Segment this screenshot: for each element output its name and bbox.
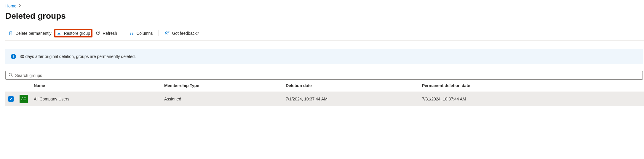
refresh-button[interactable]: Refresh bbox=[92, 30, 120, 37]
cell-membership-type: Assigned bbox=[161, 92, 283, 106]
trash-icon bbox=[8, 31, 13, 36]
columns-icon bbox=[129, 31, 134, 36]
table-header-row: Name Membership Type Deletion date Perma… bbox=[5, 80, 644, 92]
delete-permanently-button[interactable]: Delete permanently bbox=[5, 30, 54, 37]
search-input[interactable] bbox=[15, 73, 640, 78]
svg-point-7 bbox=[9, 73, 12, 76]
svg-line-8 bbox=[12, 76, 13, 77]
feedback-icon bbox=[165, 31, 170, 36]
delete-permanently-label: Delete permanently bbox=[15, 31, 51, 36]
info-icon: i bbox=[11, 54, 16, 59]
download-icon bbox=[57, 31, 61, 36]
groups-table: Name Membership Type Deletion date Perma… bbox=[5, 80, 644, 106]
refresh-icon bbox=[95, 31, 100, 36]
column-header-name[interactable]: Name bbox=[31, 80, 161, 92]
columns-button[interactable]: Columns bbox=[126, 30, 156, 37]
toolbar: Delete permanently Restore group Refresh… bbox=[5, 29, 644, 41]
svg-point-6 bbox=[166, 32, 167, 33]
table-row[interactable]: AC All Company Users Assigned 7/1/2024, … bbox=[5, 92, 644, 106]
restore-group-label: Restore group bbox=[64, 31, 90, 36]
search-box[interactable] bbox=[5, 71, 643, 80]
restore-group-button[interactable]: Restore group bbox=[54, 29, 92, 37]
cell-deletion-date: 7/1/2024, 10:37:44 AM bbox=[283, 92, 419, 106]
column-header-permanent-deletion[interactable]: Permanent deletion date bbox=[419, 80, 644, 92]
toolbar-separator bbox=[123, 30, 123, 36]
header-avatar-cell bbox=[17, 80, 31, 92]
column-header-deletion[interactable]: Deletion date bbox=[283, 80, 419, 92]
header-checkbox-cell bbox=[5, 80, 17, 92]
chevron-right-icon bbox=[19, 4, 22, 8]
breadcrumb: Home bbox=[5, 4, 644, 8]
toolbar-separator bbox=[159, 30, 159, 36]
cell-permanent-deletion-date: 7/31/2024, 10:37:44 AM bbox=[419, 92, 644, 106]
columns-label: Columns bbox=[136, 31, 153, 36]
more-actions-button[interactable]: ··· bbox=[72, 13, 77, 19]
group-avatar: AC bbox=[20, 95, 28, 103]
title-row: Deleted groups ··· bbox=[5, 11, 644, 21]
feedback-button[interactable]: Got feedback? bbox=[162, 30, 202, 37]
info-banner: i 30 days after original deletion, group… bbox=[5, 49, 643, 64]
info-banner-text: 30 days after original deletion, groups … bbox=[20, 54, 136, 59]
breadcrumb-home-link[interactable]: Home bbox=[5, 4, 16, 8]
page-title: Deleted groups bbox=[5, 11, 66, 21]
cell-name: All Company Users bbox=[31, 92, 161, 106]
feedback-label: Got feedback? bbox=[172, 31, 199, 36]
search-icon bbox=[9, 73, 13, 78]
refresh-label: Refresh bbox=[103, 31, 117, 36]
row-checkbox[interactable] bbox=[8, 96, 14, 102]
column-header-membership[interactable]: Membership Type bbox=[161, 80, 283, 92]
